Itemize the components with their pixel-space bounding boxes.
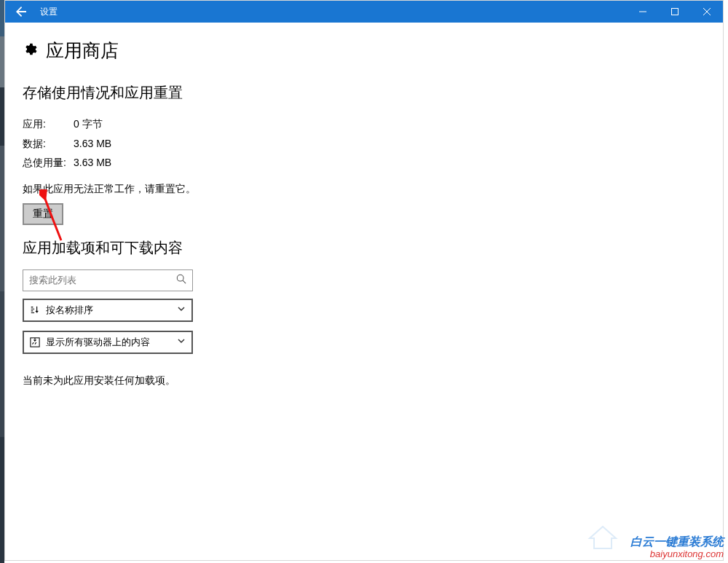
chevron-down-icon bbox=[177, 336, 186, 347]
minimize-button[interactable] bbox=[627, 1, 659, 23]
storage-value: 3.63 MB bbox=[74, 153, 111, 173]
storage-value: 3.63 MB bbox=[74, 134, 111, 154]
storage-heading: 存储使用情况和应用重置 bbox=[23, 83, 705, 103]
window-controls bbox=[627, 1, 723, 23]
back-button[interactable] bbox=[5, 1, 37, 23]
storage-label: 数据: bbox=[23, 134, 74, 154]
content-area: 应用商店 存储使用情况和应用重置 应用: 0 字节 数据: 3.63 MB 总使… bbox=[5, 23, 723, 560]
storage-value: 0 字节 bbox=[74, 114, 103, 134]
search-box[interactable] bbox=[23, 269, 193, 291]
search-input[interactable] bbox=[29, 275, 186, 286]
page-title: 应用商店 bbox=[46, 39, 119, 63]
storage-row-data: 数据: 3.63 MB bbox=[23, 134, 705, 154]
chevron-down-icon bbox=[177, 304, 186, 315]
watermark-logo-icon bbox=[587, 524, 619, 553]
maximize-icon bbox=[671, 8, 678, 15]
close-icon bbox=[703, 8, 711, 15]
storage-row-total: 总使用量: 3.63 MB bbox=[23, 153, 705, 173]
close-button[interactable] bbox=[691, 1, 723, 23]
page-title-row: 应用商店 bbox=[23, 39, 705, 63]
watermark-line2: baiyunxitong.com bbox=[630, 548, 724, 560]
addons-status: 当前未为此应用安装任何加载项。 bbox=[23, 374, 705, 387]
watermark: 白云一键重装系统 baiyunxitong.com bbox=[630, 535, 724, 560]
storage-table: 应用: 0 字节 数据: 3.63 MB 总使用量: 3.63 MB bbox=[23, 114, 705, 173]
maximize-button[interactable] bbox=[659, 1, 691, 23]
minimize-icon bbox=[639, 8, 646, 15]
titlebar: 设置 bbox=[5, 1, 723, 23]
reset-hint: 如果此应用无法正常工作，请重置它。 bbox=[23, 183, 705, 196]
storage-label: 总使用量: bbox=[23, 153, 74, 173]
storage-row-app: 应用: 0 字节 bbox=[23, 114, 705, 134]
sort-dropdown[interactable]: 按名称排序 bbox=[23, 299, 193, 322]
drive-dropdown[interactable]: 显示所有驱动器上的内容 bbox=[23, 331, 193, 354]
gear-icon bbox=[23, 42, 37, 60]
back-arrow-icon bbox=[15, 6, 27, 17]
addons-heading: 应用加载项和可下载内容 bbox=[23, 238, 705, 258]
window-title: 设置 bbox=[37, 6, 58, 18]
drive-label: 显示所有驱动器上的内容 bbox=[46, 336, 150, 349]
search-icon bbox=[176, 274, 186, 287]
sort-icon bbox=[30, 305, 40, 315]
storage-label: 应用: bbox=[23, 114, 74, 134]
drive-icon bbox=[30, 337, 40, 347]
watermark-line1: 白云一键重装系统 bbox=[630, 535, 724, 548]
settings-window: 设置 应用商店 存储使用情况和应用重置 应用: 0 字节 bbox=[4, 0, 724, 561]
reset-button[interactable]: 重置 bbox=[23, 203, 63, 225]
sort-label: 按名称排序 bbox=[46, 304, 93, 317]
svg-rect-0 bbox=[672, 9, 678, 15]
svg-point-1 bbox=[177, 275, 183, 281]
